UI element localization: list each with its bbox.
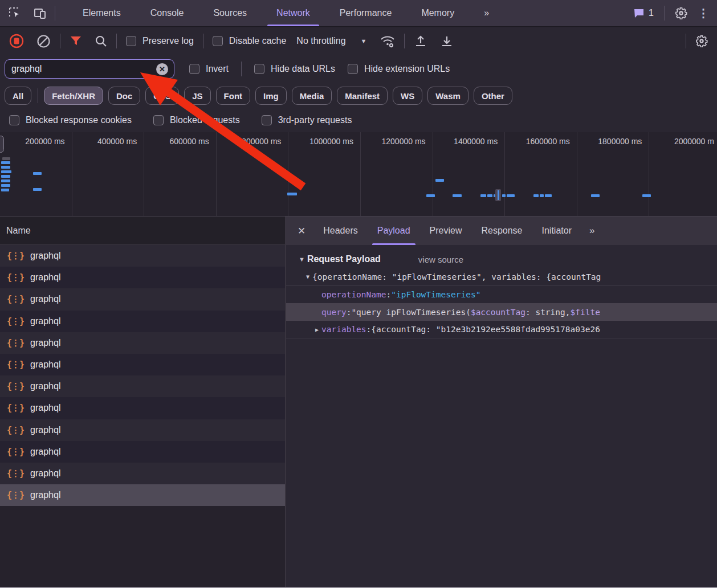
detail-tab-response[interactable]: Response [471,217,532,245]
request-row[interactable]: {⋮}graphql [0,484,285,506]
timeline-tick: 1000000 ms [288,132,361,216]
json-braces-icon: {⋮} [7,447,24,457]
tab-network[interactable]: Network [262,0,325,26]
request-row[interactable]: {⋮}graphql [0,441,285,463]
timeline-request-bar [33,188,42,191]
json-braces-icon: {⋮} [7,316,24,326]
chip-ws[interactable]: WS [393,87,422,105]
clear-filter-icon[interactable]: ✕ [156,63,168,75]
tab-performance[interactable]: Performance [325,0,407,26]
payload-value: $filte [571,308,600,317]
payload-value: {accountTag: "b12e3b2192ee5588fdad995178… [371,325,600,334]
json-braces-icon: {⋮} [7,251,24,261]
device-toolbar-icon[interactable] [33,6,47,20]
checkbox[interactable] [262,115,272,125]
request-row[interactable]: {⋮}graphql [0,288,285,310]
hide-data-urls-checkbox[interactable]: Hide data URLs [254,64,335,74]
expanded-triangle-icon[interactable]: ▼ [303,273,312,280]
blocked-requests-checkbox[interactable]: Blocked requests [153,115,240,125]
throttling-select[interactable]: No throttling ▼ [295,36,371,46]
payload-row-operationName[interactable]: operationName: "ipFlowTimeseries" [286,285,717,303]
chip-js[interactable]: JS [184,87,210,105]
chip-other[interactable]: Other [474,87,512,105]
request-row[interactable]: {⋮}graphql [0,375,285,397]
chip-wasm[interactable]: Wasm [427,87,469,105]
request-row[interactable]: {⋮}graphql [0,419,285,441]
console-messages-badge[interactable]: 1 [633,7,654,19]
checkbox[interactable] [9,115,19,125]
chip-font[interactable]: Font [216,87,250,105]
chip-doc[interactable]: Doc [108,87,140,105]
filter-input-value: graphql [11,64,156,74]
network-overview-timeline[interactable]: 200000 ms400000 ms600000 ms800000 ms1000… [0,132,717,217]
timeline-request-bar [545,194,552,197]
payload-row-query[interactable]: query: "query ipFlowTimeseries($accountT… [286,303,717,321]
name-column-header[interactable]: Name [0,217,285,245]
request-name: graphql [30,447,60,457]
chip-media[interactable]: Media [292,87,332,105]
request-row[interactable]: {⋮}graphql [0,332,285,354]
tab-elements[interactable]: Elements [68,0,136,26]
chip-manifest[interactable]: Manifest [337,87,388,105]
request-row[interactable]: {⋮}graphql [0,354,285,375]
clear-network-log-icon[interactable] [36,34,51,48]
checkbox[interactable] [348,64,358,74]
search-icon[interactable] [95,35,107,47]
checkbox[interactable] [213,36,223,46]
payload-colon: : [366,325,372,334]
tab-memory[interactable]: Memory [406,0,469,26]
export-har-icon[interactable] [440,34,454,48]
filter-input[interactable]: graphql ✕ [5,59,174,79]
close-detail-icon[interactable]: ✕ [286,225,313,237]
more-options-icon[interactable]: ⋮ [698,6,709,20]
more-panels-icon[interactable]: » [469,0,503,26]
chip-fetch-xhr[interactable]: Fetch/XHR [44,87,103,105]
request-row[interactable]: {⋮}graphql [0,311,285,332]
chip-css[interactable]: CSS [145,87,179,105]
collapsed-triangle-icon[interactable]: ▶ [312,326,321,333]
preserve-log-checkbox[interactable]: Preserve log [126,36,194,46]
request-name: graphql [30,403,60,413]
detail-tab-initiator[interactable]: Initiator [532,217,581,245]
third-party-requests-checkbox[interactable]: 3rd-party requests [262,115,352,125]
chip-all[interactable]: All [5,87,31,105]
marker-bar [498,190,499,200]
json-braces-icon: {⋮} [7,381,24,391]
invert-checkbox[interactable]: Invert [189,64,229,74]
payload-value: "query ipFlowTimeseries( [351,308,471,317]
tab-sources[interactable]: Sources [198,0,262,26]
inspect-element-icon[interactable] [8,6,22,20]
checkbox[interactable] [254,64,264,74]
detail-tab-headers[interactable]: Headers [313,217,367,245]
checkbox[interactable] [189,64,199,74]
divider [241,62,242,76]
request-row[interactable]: {⋮}graphql [0,267,285,288]
payload-row-root[interactable]: ▼{operationName: "ipFlowTimeseries", var… [286,268,717,285]
network-conditions-icon[interactable] [380,34,395,48]
more-tabs-icon[interactable]: » [581,225,601,236]
disable-cache-checkbox[interactable]: Disable cache [213,36,287,46]
request-row[interactable]: {⋮}graphql [0,397,285,419]
checkbox[interactable] [153,115,164,125]
view-source-link[interactable]: view source [418,255,463,264]
chip-img[interactable]: Img [255,87,287,105]
hide-extension-urls-checkbox[interactable]: Hide extension URLs [348,64,450,74]
settings-gear-icon[interactable] [675,7,687,19]
blocked-response-cookies-checkbox[interactable]: Blocked response cookies [9,115,132,125]
checkbox[interactable] [126,36,136,46]
filter-icon[interactable] [70,35,82,47]
timeline-grip[interactable] [0,136,4,153]
timeline-request-bar [1,170,11,173]
hide-data-urls-label: Hide data URLs [271,64,335,74]
request-row[interactable]: {⋮}graphql [0,245,285,267]
tab-console[interactable]: Console [136,0,199,26]
network-settings-gear-icon[interactable] [695,35,708,47]
detail-tab-payload[interactable]: Payload [368,217,420,245]
payload-row-variables[interactable]: ▶variables: {accountTag: "b12e3b2192ee55… [286,321,717,338]
payload-key: operationName [321,290,386,299]
request-row[interactable]: {⋮}graphql [0,463,285,484]
record-network-log-icon[interactable] [9,34,24,48]
collapse-triangle-icon[interactable]: ▼ [299,256,305,263]
detail-tab-preview[interactable]: Preview [420,217,472,245]
import-har-icon[interactable] [414,34,427,48]
